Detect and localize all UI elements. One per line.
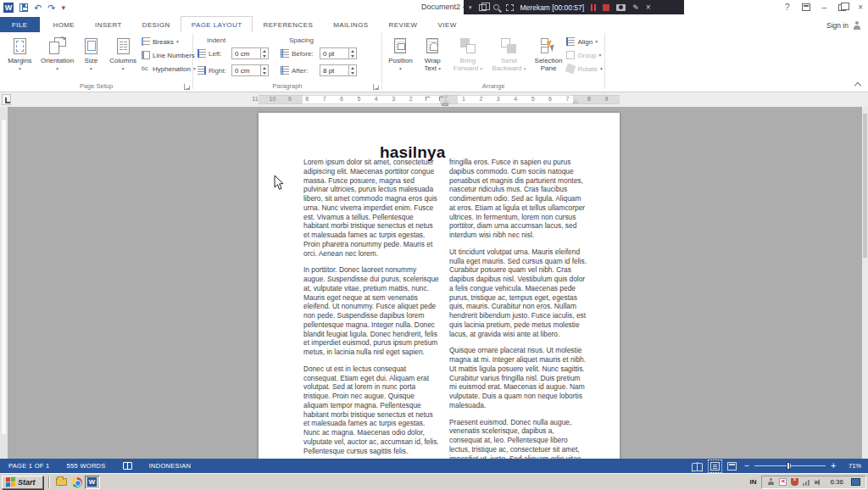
hyphenation-button[interactable]: bc Hyphenation▾ (142, 64, 192, 74)
spacing-before-input[interactable] (320, 48, 348, 58)
tab-view[interactable]: VIEW (428, 17, 467, 32)
zoom-in-button[interactable]: + (831, 462, 836, 470)
recorder-close-icon[interactable]: × (646, 3, 651, 12)
indent-left-stepper[interactable] (260, 48, 268, 58)
recorder-zoom-icon[interactable] (493, 4, 499, 10)
indent-left-icon (198, 49, 206, 58)
tray-alert-icon[interactable] (779, 478, 787, 486)
text-column-1[interactable]: Lorem ipsum dolor sit amet, consectetuer… (303, 158, 440, 459)
customize-qat-icon[interactable]: ▾ (61, 3, 65, 12)
zoom-slider[interactable] (754, 462, 826, 470)
document-page[interactable]: Lorem ipsum dolor sit amet, consectetuer… (259, 113, 620, 459)
sign-in-link[interactable]: Sign in (826, 21, 861, 30)
zoom-slider-thumb[interactable] (787, 462, 790, 470)
paragraph: Donec ut est in lectus consequat consequ… (303, 365, 440, 456)
wrap-text-button[interactable]: Wrap Text ▾ (417, 32, 448, 74)
spacing-after-input[interactable] (320, 65, 348, 75)
close-button[interactable]: × (858, 3, 863, 12)
minimize-button[interactable]: – (822, 3, 827, 12)
tab-stop-selector[interactable] (2, 94, 11, 105)
clock[interactable]: 6:36 (826, 478, 847, 486)
indent-left-input[interactable] (232, 48, 260, 58)
word-taskbar-icon[interactable]: W (85, 476, 100, 489)
tray-app-icon[interactable] (767, 478, 775, 486)
orientation-button[interactable]: ↷ Orientation ▾ (37, 32, 78, 74)
tab-review[interactable]: REVIEW (379, 17, 428, 32)
collapse-ribbon-icon[interactable] (854, 81, 861, 88)
file-explorer-icon[interactable] (54, 476, 70, 489)
ruler-number: 8 (298, 96, 315, 102)
zoom-control: − + 71% (744, 462, 861, 470)
proofing-icon[interactable] (123, 462, 132, 470)
web-layout-icon[interactable] (727, 462, 737, 471)
chrome-icon[interactable] (70, 476, 85, 489)
tab-file[interactable]: FILE (0, 17, 40, 32)
indent-right-input[interactable] (232, 65, 260, 75)
tab-mailings[interactable]: MAILINGS (323, 17, 378, 32)
ribbon-display-options-icon[interactable] (802, 3, 810, 11)
pause-recording-icon[interactable] (591, 4, 596, 11)
line-numbers-button[interactable]: Line Numbers▾ (142, 50, 192, 60)
vertical-ruler (0, 107, 8, 459)
size-button[interactable]: Size ▾ (77, 32, 104, 74)
tab-insert[interactable]: INSERT (85, 17, 132, 32)
breaks-button[interactable]: Breaks▾ (142, 36, 192, 47)
zoom-percentage[interactable]: 71% (841, 462, 861, 470)
screenshot-icon[interactable] (616, 4, 626, 11)
start-label: Start (18, 478, 36, 487)
tab-references[interactable]: REFERENCES (253, 17, 323, 32)
page-indicator[interactable]: PAGE 1 OF 1 (0, 462, 58, 470)
vertical-scrollbar[interactable] (862, 107, 868, 459)
word-window: W ↶ ↷ ▾ Document2 - Wor ? – × ▾ Merekam … (0, 0, 868, 490)
page-setup-dialog-launcher[interactable] (184, 84, 190, 90)
recorder-window-select-icon[interactable] (479, 4, 487, 11)
ruler-number: 9 (598, 96, 615, 102)
network-signal-icon[interactable] (803, 478, 810, 486)
margins-button[interactable]: Margins ▾ (3, 32, 37, 74)
paragraph: Praesent euismod. Donec nulla augue, ven… (449, 418, 587, 459)
text-column-2[interactable]: fringilla eros. Fusce in sapien eu purus… (449, 158, 587, 459)
word-count[interactable]: 555 WORDS (58, 462, 114, 470)
start-button[interactable]: Start (2, 476, 43, 489)
spacing-before-field: Before: (281, 47, 357, 59)
undo-icon[interactable]: ↶ (34, 3, 42, 13)
tray-security-icon[interactable] (791, 478, 798, 486)
read-mode-icon[interactable] (692, 462, 703, 471)
right-indent-marker[interactable] (572, 99, 579, 103)
paragraph: Lorem ipsum dolor sit amet, consectetuer… (303, 158, 440, 258)
ruler-number: 4 (368, 96, 385, 102)
spacing-after-stepper[interactable] (348, 65, 356, 75)
left-indent-marker[interactable] (442, 103, 448, 106)
spacing-before-stepper[interactable] (348, 48, 356, 58)
tab-home[interactable]: HOME (43, 17, 86, 32)
group-page-setup: Margins ▾ ↷ Orientation ▾ Size ▾ Columns… (0, 32, 192, 92)
recorder-region-icon[interactable] (506, 4, 514, 11)
chevron-down-icon: ▾ (19, 65, 21, 73)
stop-recording-icon[interactable] (603, 4, 609, 11)
selection-pane-button[interactable]: Selection Pane (531, 32, 567, 74)
annotate-pencil-icon[interactable]: ✎ (632, 3, 639, 12)
chevron-down-icon: ▾ (90, 65, 92, 73)
display-tray-icon[interactable] (851, 478, 860, 486)
language-indicator[interactable]: INDONESIAN (141, 462, 200, 470)
scrollbar-thumb[interactable] (863, 114, 867, 258)
paragraph-dialog-launcher[interactable] (373, 84, 379, 90)
columns-button[interactable]: Columns ▾ (104, 32, 142, 74)
redo-icon[interactable]: ↷ (47, 3, 55, 13)
save-icon[interactable] (19, 3, 28, 12)
volume-icon[interactable] (815, 478, 822, 486)
align-button[interactable]: Align▾ (566, 36, 604, 47)
indent-right-stepper[interactable] (260, 65, 268, 75)
restore-button[interactable] (838, 4, 846, 11)
position-button[interactable]: Position ▾ (384, 32, 417, 74)
document-area: Lorem ipsum dolor sit amet, consectetuer… (0, 107, 868, 459)
recorder-menu-icon[interactable]: ▾ (469, 4, 472, 11)
tab-page-layout[interactable]: PAGE LAYOUT (181, 16, 253, 32)
language-badge[interactable]: IN (744, 478, 761, 486)
rotate-icon (565, 64, 576, 75)
help-button[interactable]: ? (785, 3, 790, 12)
zoom-out-button[interactable]: − (744, 462, 749, 470)
breaks-icon (142, 37, 150, 46)
print-layout-icon[interactable] (710, 462, 720, 471)
tab-design[interactable]: DESIGN (132, 17, 181, 32)
